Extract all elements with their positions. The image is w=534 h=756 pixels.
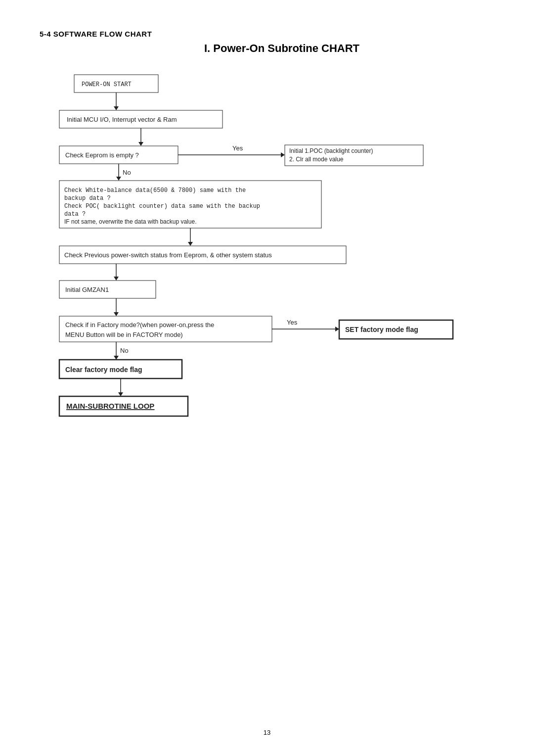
initial-gmzan-text: Initial GMZAN1 bbox=[65, 286, 109, 293]
initial-poc-line1: Initial 1.POC (backlight counter) bbox=[289, 147, 373, 154]
section-heading: 5-4 SOFTWARE FLOW CHART bbox=[40, 30, 494, 38]
no1-text: No bbox=[123, 169, 131, 176]
svg-marker-20 bbox=[114, 312, 119, 316]
initial-poc-line2: 2. Clr all mode value bbox=[289, 156, 344, 163]
initial-mcu-text: Initial MCU I/O, Interrupt vector & Ram bbox=[67, 116, 177, 123]
check-white-line4: data ? bbox=[64, 211, 86, 218]
check-white-line3: Check POC( backlight counter) data same … bbox=[64, 203, 260, 210]
no2-text: No bbox=[120, 347, 129, 354]
power-on-start-text: POWER-ON START bbox=[82, 81, 132, 88]
page: 5-4 SOFTWARE FLOW CHART I. Power-On Subr… bbox=[0, 0, 534, 756]
check-white-line2: backup data ? bbox=[64, 195, 111, 202]
svg-marker-8 bbox=[281, 152, 285, 157]
flowchart-svg: POWER-ON START Initial MCU I/O, Interrup… bbox=[44, 70, 490, 589]
check-white-line5: IF not same, overwrite the data with bac… bbox=[64, 218, 196, 225]
main-loop-text: MAIN-SUBROTINE LOOP bbox=[66, 402, 154, 410]
check-eeprom-text: Check Eeprom is empty ? bbox=[65, 151, 139, 159]
svg-marker-14 bbox=[188, 242, 193, 246]
svg-marker-5 bbox=[138, 142, 143, 146]
check-previous-text: Check Previous power-switch status from … bbox=[64, 251, 272, 259]
check-white-line1: Check White-balance data(6500 & 7800) sa… bbox=[64, 187, 246, 194]
svg-marker-11 bbox=[116, 177, 121, 181]
set-factory-text: SET factory mode flag bbox=[345, 326, 418, 333]
chart-title: I. Power-On Subrotine CHART bbox=[69, 42, 494, 55]
page-number: 13 bbox=[0, 729, 534, 736]
yes2-text: Yes bbox=[287, 319, 298, 326]
clear-factory-text: Clear factory mode flag bbox=[65, 366, 142, 374]
check-factory-line1: Check if in Factory mode?(when power-on,… bbox=[65, 321, 214, 329]
yes1-text: Yes bbox=[232, 144, 243, 152]
svg-marker-17 bbox=[114, 277, 119, 281]
check-factory-line2: MENU Button will be in FACTORY mode) bbox=[65, 331, 183, 338]
svg-marker-2 bbox=[114, 106, 119, 110]
